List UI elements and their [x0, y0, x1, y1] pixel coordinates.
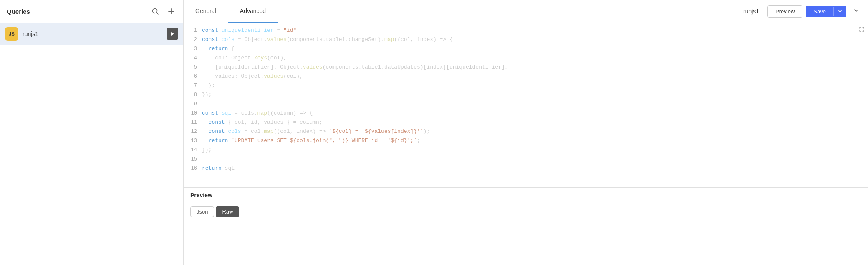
run-query-button[interactable] — [167, 28, 178, 40]
chevron-down-icon-2 — [853, 7, 860, 14]
code-line: 6 values: Object.values(col), — [184, 72, 868, 82]
search-icon — [151, 8, 159, 15]
save-button-group: Save — [806, 6, 846, 17]
line-number: 16 — [187, 164, 202, 173]
tab-general[interactable]: General — [184, 0, 228, 23]
preview-section: Preview Json Raw — [184, 188, 868, 265]
preview-tab-raw[interactable]: Raw — [216, 206, 239, 217]
line-number: 6 — [187, 72, 202, 81]
line-number: 2 — [187, 36, 202, 44]
line-code: }); — [202, 146, 865, 155]
line-code: return { — [202, 45, 865, 54]
collapse-button[interactable] — [850, 5, 863, 18]
plus-icon — [167, 8, 175, 15]
code-line: 10const sql = cols.map((column) => { — [184, 109, 868, 118]
line-number: 7 — [187, 82, 202, 90]
code-editor[interactable]: 1const uniqueIdentifier = "id"2const col… — [184, 23, 868, 187]
save-dropdown-button[interactable] — [833, 7, 846, 16]
js-badge: JS — [5, 27, 18, 41]
line-code: return sql — [202, 164, 865, 173]
code-line: 7 }; — [184, 82, 868, 91]
line-code: const cols = Object.values(components.ta… — [202, 36, 865, 44]
line-number: 8 — [187, 91, 202, 99]
top-bar-right: Preview Save — [767, 5, 868, 18]
line-code: values: Object.values(col), — [202, 72, 865, 81]
svg-marker-4 — [171, 32, 174, 36]
code-line: 12 const cols = col.map((col, index) => … — [184, 127, 868, 137]
line-number: 11 — [187, 118, 202, 127]
preview-tab-json[interactable]: Json — [190, 206, 214, 217]
sidebar-header: Queries — [0, 0, 183, 23]
line-code: }; — [202, 82, 865, 90]
line-number: 12 — [187, 127, 202, 136]
tab-advanced[interactable]: Advanced — [228, 0, 278, 23]
line-number: 9 — [187, 100, 202, 108]
expand-icon[interactable] — [859, 26, 865, 33]
code-line: 8}); — [184, 91, 868, 100]
sidebar-title: Queries — [7, 8, 30, 15]
line-number: 1 — [187, 26, 202, 35]
code-line: 4 col: Object.keys(col), — [184, 54, 868, 63]
sidebar-item-label: runjs1 — [23, 31, 167, 37]
line-number: 14 — [187, 146, 202, 154]
sidebar-actions — [150, 6, 177, 17]
sidebar: Queries JS runjs — [0, 0, 184, 265]
code-line: 14}); — [184, 146, 868, 155]
code-line: 15 — [184, 155, 868, 164]
line-number: 4 — [187, 54, 202, 62]
search-button[interactable] — [150, 6, 161, 17]
preview-content — [184, 220, 868, 265]
line-code: }); — [202, 91, 865, 99]
chevron-down-icon — [838, 9, 842, 13]
preview-tabs: Json Raw — [184, 203, 868, 220]
code-line: 5 [uniqueIdentifier]: Object.values(comp… — [184, 63, 868, 72]
main-panel: General Advanced runjs1 Preview Save — [184, 0, 868, 265]
sidebar-item-runjs1[interactable]: JS runjs1 — [0, 23, 183, 45]
play-icon — [170, 31, 175, 36]
line-code: return `UPDATE users SET ${cols.join(", … — [202, 137, 865, 145]
line-code: const uniqueIdentifier = "id" — [202, 26, 865, 35]
editor-area: 1const uniqueIdentifier = "id"2const col… — [184, 23, 868, 187]
add-query-button[interactable] — [166, 6, 177, 17]
code-line: 9 — [184, 100, 868, 109]
line-number: 3 — [187, 45, 202, 53]
code-line: 2const cols = Object.values(components.t… — [184, 36, 868, 45]
line-code: const { col, id, values } = column; — [202, 118, 865, 127]
line-code: const cols = col.map((col, index) => `${… — [202, 127, 865, 136]
line-code: col: Object.keys(col), — [202, 54, 865, 63]
code-line: 3 return { — [184, 45, 868, 54]
code-line: 13 return `UPDATE users SET ${cols.join(… — [184, 137, 868, 146]
code-line: 16return sql — [184, 164, 868, 173]
line-number: 5 — [187, 63, 202, 71]
query-name: runjs1 — [743, 8, 759, 15]
save-button[interactable]: Save — [806, 6, 833, 17]
svg-line-1 — [156, 13, 158, 14]
line-number: 13 — [187, 137, 202, 145]
line-number: 15 — [187, 155, 202, 163]
line-code: [uniqueIdentifier]: Object.values(compon… — [202, 63, 865, 72]
line-number: 10 — [187, 109, 202, 117]
preview-title: Preview — [184, 188, 868, 203]
code-line: 11 const { col, id, values } = column; — [184, 118, 868, 127]
top-bar: General Advanced runjs1 Preview Save — [184, 0, 868, 23]
line-code: const sql = cols.map((column) => { — [202, 109, 865, 118]
preview-button[interactable]: Preview — [767, 5, 802, 18]
code-line: 1const uniqueIdentifier = "id" — [184, 26, 868, 36]
tab-bar: General Advanced — [184, 0, 278, 23]
